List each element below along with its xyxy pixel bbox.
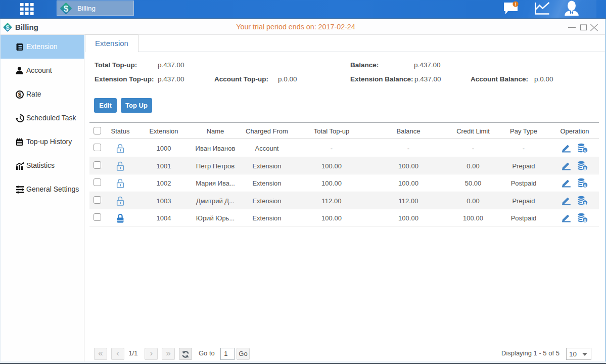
svg-text:$: $ (584, 149, 586, 153)
svg-text:!: ! (515, 2, 517, 7)
svg-text:$: $ (18, 92, 22, 98)
svg-text:$: $ (64, 4, 68, 13)
svg-text:$: $ (584, 218, 586, 223)
svg-text:$: $ (584, 166, 586, 170)
svg-text:$: $ (584, 184, 586, 188)
svg-text:$: $ (6, 24, 10, 31)
svg-text:$: $ (584, 201, 586, 205)
